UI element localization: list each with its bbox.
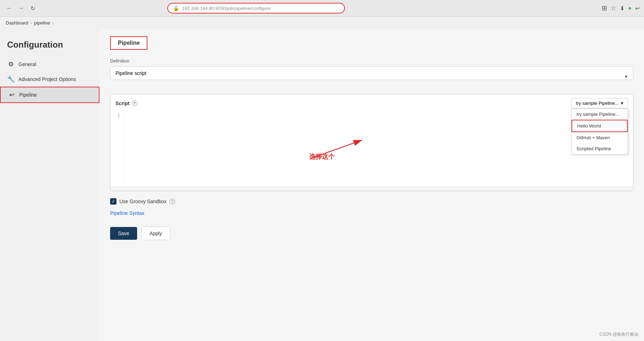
watermark: CSDN @换鱼打酱油	[599, 331, 638, 337]
sidebar-label-advanced: Advanced Project Options	[18, 76, 76, 82]
script-help-icon[interactable]: ?	[132, 101, 137, 106]
url-path: 9200/job/pipeline/configure	[215, 6, 270, 11]
code-content[interactable]	[125, 112, 633, 183]
address-text: 192.168.184.80:9200/job/pipeline/configu…	[182, 6, 270, 11]
pipeline-syntax-label: Pipeline Syntax	[110, 210, 145, 216]
url-protocol: 192.168.184.80:	[182, 6, 215, 11]
nav-buttons: ← → ↻	[4, 4, 37, 12]
sample-menu-scripted-pipeline[interactable]: Scripted Pipeline	[572, 143, 628, 154]
groovy-sandbox-row: Use Groovy Sandbox ?	[110, 198, 633, 205]
sample-pipeline-menu: try sample Pipeline... Hello World GitHu…	[571, 108, 628, 155]
code-editor: 1	[110, 108, 633, 186]
sidebar-label-pipeline: Pipeline	[19, 92, 37, 98]
sidebar-item-pipeline[interactable]: ↩ Pipeline	[0, 87, 99, 103]
address-bar-container: 🔒 192.168.184.80:9200/job/pipeline/confi…	[167, 3, 345, 13]
sidebar-label-general: General	[18, 61, 36, 67]
dropdown-arrow-icon: ▾	[621, 101, 623, 106]
action2-icon: ●	[628, 5, 632, 11]
content-area: Pipeline Definition Pipeline script Pipe…	[99, 29, 644, 341]
line-number-1: 1	[115, 113, 120, 118]
sample-btn-label: try sample Pipeline...	[576, 101, 619, 106]
sample-menu-hello-world[interactable]: Hello World	[572, 120, 628, 132]
bookmark-icon: ☆	[611, 4, 616, 12]
breadcrumb: Dashboard › pipeline ›	[0, 17, 644, 29]
action1-icon: ⬇	[620, 5, 624, 12]
script-label-container: Script ?	[115, 101, 137, 106]
breadcrumb-dashboard[interactable]: Dashboard	[6, 20, 28, 26]
pipeline-tab-label: Pipeline	[118, 40, 140, 46]
sample-pipeline-button[interactable]: try sample Pipeline... ▾	[571, 98, 628, 108]
sidebar: Configuration ⚙ General 🔧 Advanced Proje…	[0, 29, 99, 341]
browser-chrome: ← → ↻ 🔒 192.168.184.80:9200/job/pipeline…	[0, 0, 644, 17]
refresh-button[interactable]: ↻	[28, 4, 37, 12]
breadcrumb-sep-1: ›	[31, 20, 32, 26]
address-bar[interactable]: 🔒 192.168.184.80:9200/job/pipeline/confi…	[167, 3, 345, 13]
definition-select[interactable]: Pipeline script Pipeline script from SCM	[110, 66, 633, 80]
definition-select-wrapper: Pipeline script Pipeline script from SCM	[110, 66, 633, 87]
groovy-sandbox-checkbox[interactable]	[110, 198, 117, 205]
browser-actions: ⊞ ☆ ⬇ ● ↩	[602, 4, 640, 12]
sample-dropdown: try sample Pipeline... ▾ try sample Pipe…	[571, 98, 628, 108]
script-header: Script ? try sample Pipeline... ▾ try sa…	[110, 94, 633, 108]
wrench-icon: 🔧	[7, 75, 15, 83]
gear-icon: ⚙	[7, 60, 15, 68]
script-label-text: Script	[115, 101, 130, 106]
sidebar-title: Configuration	[0, 36, 99, 57]
pipeline-icon: ↩	[8, 91, 16, 99]
action3-icon: ↩	[635, 5, 640, 12]
apply-button[interactable]: Apply	[141, 227, 170, 240]
buttons-row: Save Apply	[110, 227, 633, 240]
groovy-help-icon[interactable]: ?	[169, 199, 175, 204]
forward-button[interactable]: →	[16, 4, 26, 12]
sample-menu-try-sample[interactable]: try sample Pipeline...	[572, 109, 628, 120]
extensions-icon: ⊞	[602, 4, 607, 12]
groovy-sandbox-label: Use Groovy Sandbox	[119, 199, 167, 204]
breadcrumb-pipeline[interactable]: pipeline	[34, 20, 50, 26]
save-button[interactable]: Save	[110, 227, 137, 240]
main-layout: Configuration ⚙ General 🔧 Advanced Proje…	[0, 29, 644, 341]
security-icon: 🔒	[173, 5, 179, 11]
pipeline-tab[interactable]: Pipeline	[110, 36, 147, 50]
back-button[interactable]: ←	[4, 4, 14, 12]
definition-label: Definition	[110, 58, 633, 64]
script-section: Script ? try sample Pipeline... ▾ try sa…	[110, 94, 633, 191]
breadcrumb-sep-2: ›	[52, 20, 54, 26]
line-numbers: 1	[110, 112, 125, 183]
script-footer	[110, 186, 633, 191]
sample-menu-github-maven[interactable]: GitHub + Maven	[572, 132, 628, 143]
pipeline-syntax-link[interactable]: Pipeline Syntax	[110, 210, 633, 216]
sidebar-item-advanced[interactable]: 🔧 Advanced Project Options	[0, 72, 99, 87]
sidebar-item-general[interactable]: ⚙ General	[0, 57, 99, 72]
